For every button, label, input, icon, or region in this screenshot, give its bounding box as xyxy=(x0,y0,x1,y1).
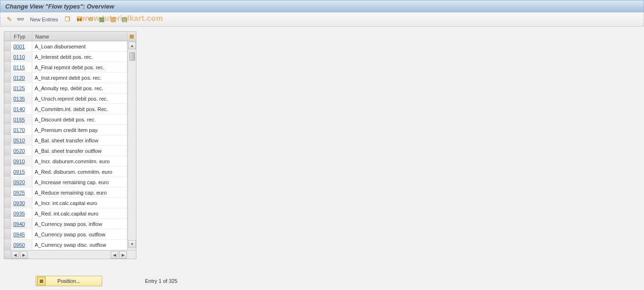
cell-name[interactable]: A_Red. disbursm. commitm. euro xyxy=(32,167,127,177)
row-selector[interactable] xyxy=(4,104,11,114)
cell-ftyp[interactable]: 0520 xyxy=(11,146,32,156)
cell-ftyp[interactable]: 0925 xyxy=(11,187,32,198)
row-selector[interactable] xyxy=(4,177,11,187)
hscroll-left2-icon[interactable]: ◀ xyxy=(111,251,118,259)
deselect-icon[interactable]: ▥ xyxy=(108,15,118,24)
table-row[interactable]: 0925A_Reduce remaining cap. euro xyxy=(4,187,136,198)
row-selector[interactable] xyxy=(4,146,11,156)
cell-name[interactable]: A_Unsch.repmnt debit pos. rec. xyxy=(32,94,127,104)
row-selector[interactable] xyxy=(4,62,11,73)
cell-ftyp[interactable]: 0935 xyxy=(11,208,32,219)
row-selector[interactable] xyxy=(4,135,11,146)
cell-name[interactable]: A_Loan disbursement xyxy=(32,41,127,52)
table-row[interactable]: 0165A_Discount debit pos. rec. xyxy=(4,114,136,125)
table-row[interactable]: 0950A_Currency swap disc. outflow▼ xyxy=(4,240,136,250)
row-selector[interactable] xyxy=(4,114,11,125)
cell-name[interactable]: A_Red. int.calc.capital euro xyxy=(32,208,127,219)
scroll-down-icon[interactable]: ▼ xyxy=(128,240,136,248)
table-icon[interactable]: ▤ xyxy=(120,15,129,24)
cell-ftyp[interactable]: 0135 xyxy=(11,94,32,104)
row-selector[interactable] xyxy=(4,219,11,229)
cell-ftyp[interactable]: 0930 xyxy=(11,198,32,208)
row-selector[interactable] xyxy=(4,41,11,52)
new-entries-button[interactable]: New Entries xyxy=(27,17,61,22)
cell-ftyp[interactable]: 0001 xyxy=(11,41,32,52)
table-row[interactable]: 0110A_Interest debit pos. rec. xyxy=(4,52,136,62)
cell-ftyp[interactable]: 0165 xyxy=(11,114,32,125)
row-selector[interactable] xyxy=(4,198,11,208)
row-selector[interactable] xyxy=(4,167,11,177)
cell-ftyp[interactable]: 0110 xyxy=(11,52,32,62)
table-row[interactable]: 0915A_Red. disbursm. commitm. euro xyxy=(4,167,136,177)
table-row[interactable]: 0001A_Loan disbursement▲ xyxy=(4,41,136,52)
table-row[interactable]: 0510A_Bal. sheet transfer inflow xyxy=(4,135,136,146)
cell-name[interactable]: A_Bal. sheet transfer inflow xyxy=(32,135,127,146)
cell-name[interactable]: A_Discount debit pos. rec. xyxy=(32,114,127,125)
cell-name[interactable]: A_Increase remaining cap. euro xyxy=(32,177,127,187)
select-all-icon[interactable]: ▦ xyxy=(97,15,106,24)
row-selector[interactable] xyxy=(4,156,11,167)
undo-icon[interactable]: ⟲ xyxy=(86,15,95,24)
change-icon[interactable]: ✎ xyxy=(4,15,14,24)
hscroll-right-icon[interactable]: ▶ xyxy=(20,251,28,259)
cell-ftyp[interactable]: 0915 xyxy=(11,167,32,177)
table-settings-icon[interactable]: ▦ xyxy=(127,32,136,41)
scroll-thumb[interactable] xyxy=(129,52,135,61)
cell-name[interactable]: A_Reduce remaining cap. euro xyxy=(32,187,127,198)
header-ftyp[interactable]: FTyp xyxy=(11,32,32,41)
table-row[interactable]: 0520A_Bal. sheet transfer outflow xyxy=(4,146,136,156)
table-row[interactable]: 0125A_Annuity rep. debit pos. rec. xyxy=(4,83,136,94)
cell-name[interactable]: A_Commitm.int. debit pos. Rec. xyxy=(32,104,127,114)
table-row[interactable]: 0910A_Incr. disbursm.commitm. euro xyxy=(4,156,136,167)
cell-name[interactable]: A_Currency swap pos. inflow xyxy=(32,219,127,229)
cell-ftyp[interactable]: 0940 xyxy=(11,219,32,229)
cell-ftyp[interactable]: 0910 xyxy=(11,156,32,167)
table-row[interactable]: 0920A_Increase remaining cap. euro xyxy=(4,177,136,187)
cell-name[interactable]: A_Inst.repmnt debit pos. rec. xyxy=(32,73,127,83)
cell-name[interactable]: A_Annuity rep. debit pos. rec. xyxy=(32,83,127,94)
cell-ftyp[interactable]: 0120 xyxy=(11,73,32,83)
header-name[interactable]: Name xyxy=(32,32,127,41)
table-row[interactable]: 0115A_Final repmnt debit pos. rec. xyxy=(4,62,136,73)
row-selector[interactable] xyxy=(4,208,11,219)
row-selector[interactable] xyxy=(4,73,11,83)
cell-name[interactable]: A_Currency swap pos. outflow xyxy=(32,229,127,240)
glasses-icon[interactable]: 👓 xyxy=(16,15,25,24)
table-row[interactable]: 0930A_Incr. int.calc.capital euro xyxy=(4,198,136,208)
position-button[interactable]: ▦ Position... xyxy=(36,276,102,286)
table-row[interactable]: 0120A_Inst.repmnt debit pos. rec. xyxy=(4,73,136,83)
copy-icon[interactable]: ❐ xyxy=(63,15,72,24)
table-row[interactable]: 0170A_Premium credit item pay. xyxy=(4,125,136,135)
cell-name[interactable]: A_Incr. int.calc.capital euro xyxy=(32,198,127,208)
row-selector[interactable] xyxy=(4,52,11,62)
scroll-up-icon[interactable]: ▲ xyxy=(128,42,136,49)
cell-ftyp[interactable]: 0510 xyxy=(11,135,32,146)
hscroll-right2-icon[interactable]: ▶ xyxy=(119,251,127,259)
cell-ftyp[interactable]: 0945 xyxy=(11,229,32,240)
cell-ftyp[interactable]: 0115 xyxy=(11,62,32,73)
cell-ftyp[interactable]: 0140 xyxy=(11,104,32,114)
save-icon[interactable]: 🖬 xyxy=(74,15,84,24)
row-selector[interactable] xyxy=(4,240,11,250)
cell-ftyp[interactable]: 0950 xyxy=(11,240,32,250)
header-selector[interactable] xyxy=(4,32,11,41)
cell-name[interactable]: A_Incr. disbursm.commitm. euro xyxy=(32,156,127,167)
row-selector[interactable] xyxy=(4,83,11,94)
cell-name[interactable]: A_Bal. sheet transfer outflow xyxy=(32,146,127,156)
cell-ftyp[interactable]: 0125 xyxy=(11,83,32,94)
cell-name[interactable]: A_Premium credit item pay. xyxy=(32,125,127,135)
table-row[interactable]: 0945A_Currency swap pos. outflow xyxy=(4,229,136,240)
cell-name[interactable]: A_Currency swap disc. outflow xyxy=(32,240,127,250)
cell-ftyp[interactable]: 0170 xyxy=(11,125,32,135)
table-row[interactable]: 0935A_Red. int.calc.capital euro xyxy=(4,208,136,219)
cell-name[interactable]: A_Interest debit pos. rec. xyxy=(32,52,127,62)
cell-ftyp[interactable]: 0920 xyxy=(11,177,32,187)
row-selector[interactable] xyxy=(4,229,11,240)
table-row[interactable]: 0940A_Currency swap pos. inflow xyxy=(4,219,136,229)
row-selector[interactable] xyxy=(4,125,11,135)
row-selector[interactable] xyxy=(4,94,11,104)
table-row[interactable]: 0135A_Unsch.repmnt debit pos. rec. xyxy=(4,94,136,104)
table-row[interactable]: 0140A_Commitm.int. debit pos. Rec. xyxy=(4,104,136,114)
hscroll-left-icon[interactable]: ◀ xyxy=(11,251,19,259)
row-selector[interactable] xyxy=(4,187,11,198)
